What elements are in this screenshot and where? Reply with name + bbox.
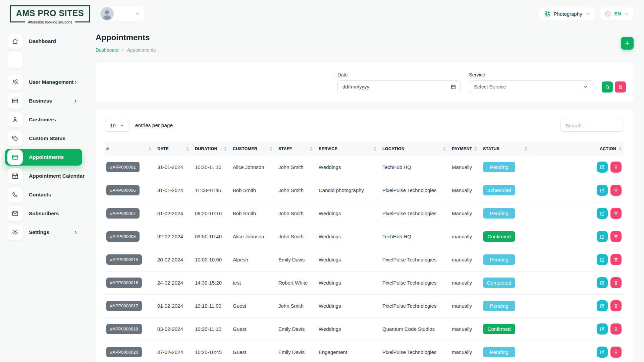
sidebar-item-user-management[interactable]: User Management	[7, 74, 82, 90]
delete-appointment-button[interactable]	[610, 208, 622, 219]
cell-id: #APP0000015	[105, 248, 156, 271]
sidebar-item-business[interactable]: Business	[7, 93, 82, 109]
column-header-service[interactable]: SERVICE	[317, 142, 381, 156]
column-header-label: STATUS	[483, 146, 499, 151]
sidebar-item-appointments[interactable]: Appointments	[5, 149, 82, 166]
entries-per-page-select[interactable]: 10	[105, 119, 129, 132]
sidebar-item-settings[interactable]: Settings	[7, 224, 82, 241]
delete-appointment-button[interactable]	[610, 347, 622, 358]
column-header-label: CUSTOMER	[233, 146, 257, 151]
date-filter-input[interactable]	[337, 80, 461, 93]
table-row: #APP00000802-02-202409:50-10:40Alice Joh…	[105, 225, 624, 248]
trash-icon	[613, 280, 619, 285]
language-label: EN	[614, 11, 621, 16]
edit-icon	[600, 257, 605, 262]
edit-appointment-button[interactable]	[597, 185, 608, 196]
sidebar-item-subscribers[interactable]: Subscribers	[7, 205, 82, 222]
chevron-right-icon	[73, 99, 78, 104]
cell-location: PixelPulse Technologies	[381, 271, 450, 294]
edit-appointment-button[interactable]	[597, 162, 608, 173]
column-header-status[interactable]: STATUS	[482, 142, 532, 156]
sidebar-item-appointment-calendar[interactable]: Appointment Calendar	[7, 168, 82, 184]
cell-date: 31-01-2024	[156, 179, 194, 202]
edit-icon	[600, 350, 605, 355]
service-filter-select[interactable]: Select Service	[469, 80, 593, 93]
cell-staff: John Smith	[277, 202, 317, 225]
edit-appointment-button[interactable]	[597, 231, 608, 242]
sidebar-item-label: Contacts	[29, 192, 51, 198]
edit-appointment-button[interactable]	[597, 277, 608, 288]
chevron-down-icon	[135, 11, 140, 16]
column-header-duration[interactable]: DURATION	[194, 142, 231, 156]
cell-duration: 09:50-10:40	[194, 225, 231, 248]
column-header-location[interactable]: LOCATION	[381, 142, 450, 156]
appointment-id-badge: #APP000006	[106, 185, 140, 195]
cell-payment: manually	[450, 248, 482, 271]
edit-appointment-button[interactable]	[597, 323, 608, 335]
cell-service: Weddings	[317, 202, 381, 225]
column-header-payment[interactable]: PAYMENT	[450, 142, 482, 156]
cell-location: TechHub HQ	[381, 225, 450, 248]
filter-card: Date Service Select Service	[96, 63, 634, 102]
sidebar-item-contacts[interactable]: Contacts	[7, 186, 82, 203]
workspace-dropdown[interactable]: Photography	[539, 7, 595, 20]
language-dropdown[interactable]: EN	[600, 7, 634, 20]
cell-date: 31-01-2024	[156, 156, 194, 179]
filter-buttons	[602, 81, 626, 93]
delete-appointment-button[interactable]	[610, 254, 622, 265]
users-icon	[7, 74, 23, 90]
cell-service: Weddings	[317, 156, 381, 179]
sidebar-item-dashboard[interactable]: Dashboard	[7, 33, 82, 50]
cell-payment: manually	[450, 317, 482, 341]
edit-appointment-button[interactable]	[597, 208, 608, 219]
cell-status: Pending	[482, 341, 532, 362]
cell-customer: Guest	[231, 294, 277, 317]
breadcrumb: Dashboard › Appointments	[96, 47, 156, 53]
edit-appointment-button[interactable]	[597, 254, 608, 265]
main-content: Appointments Dashboard › Appointments Da…	[96, 23, 644, 362]
add-appointment-button[interactable]	[621, 37, 634, 50]
delete-appointment-button[interactable]	[610, 231, 622, 242]
user-menu-dropdown[interactable]	[99, 6, 145, 21]
cell-staff: Robert White	[277, 271, 317, 294]
edit-appointment-button[interactable]	[597, 300, 608, 311]
grid-plus-icon	[544, 11, 550, 17]
appointment-id-badge: #APP0000016	[106, 278, 142, 288]
breadcrumb-dashboard-link[interactable]: Dashboard	[96, 47, 119, 53]
plus-icon	[624, 40, 630, 46]
calendar-icon[interactable]	[450, 84, 456, 89]
topbar: AMS PRO SITES Affordable booking solutio…	[0, 0, 644, 23]
table-search-input[interactable]	[560, 119, 624, 132]
filter-clear-button[interactable]	[615, 81, 626, 93]
cell-location: TechHub HQ	[381, 156, 450, 179]
table-row: #APP00000131-01-202410:20-11:10Alice Joh…	[105, 156, 624, 179]
sidebar-item-custom-status[interactable]: Custom Status	[7, 130, 82, 147]
trash-icon	[613, 303, 619, 308]
sort-arrows-icon	[474, 146, 479, 151]
delete-appointment-button[interactable]	[610, 162, 622, 173]
cell-payment: manually	[450, 271, 482, 294]
trash-icon	[613, 211, 619, 216]
sidebar-item-label: Dashboard	[29, 38, 56, 44]
sidebar-item-customers[interactable]: Customers	[7, 111, 82, 128]
cell-location: PixelPulse Technologies	[381, 294, 450, 317]
delete-appointment-button[interactable]	[610, 185, 622, 196]
column-header-label: ACTION	[600, 146, 616, 151]
column-header-date[interactable]: DATE	[156, 142, 194, 156]
cell-status: Scheduled	[482, 179, 532, 202]
trash-icon	[613, 326, 619, 331]
column-header-id[interactable]: #	[105, 142, 156, 156]
sidebar-item-label: Custom Status	[29, 135, 65, 141]
delete-appointment-button[interactable]	[610, 323, 622, 335]
delete-appointment-button[interactable]	[610, 277, 622, 288]
filter-search-button[interactable]	[602, 81, 613, 93]
column-header-label: PAYMENT	[452, 146, 472, 151]
cell-staff: Emily Davis	[277, 317, 317, 341]
column-header-staff[interactable]: STAFF	[277, 142, 317, 156]
edit-appointment-button[interactable]	[597, 347, 608, 358]
column-header-customer[interactable]: CUSTOMER	[231, 142, 277, 156]
column-header-label: #	[106, 146, 109, 151]
delete-appointment-button[interactable]	[610, 300, 622, 311]
cell-date: 20-02-2024	[156, 248, 194, 271]
column-header-action[interactable]: ACTION	[532, 142, 624, 156]
